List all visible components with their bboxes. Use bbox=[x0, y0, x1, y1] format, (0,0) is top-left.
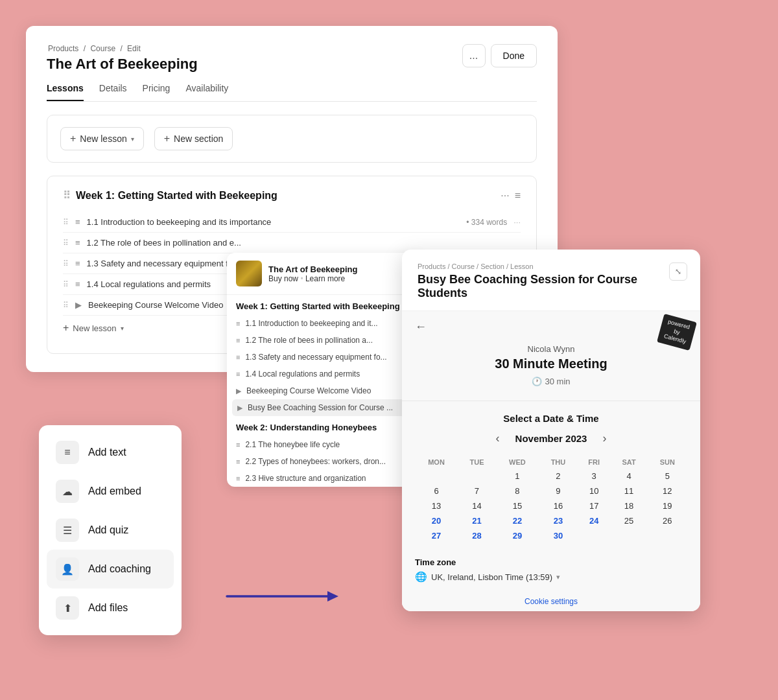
context-menu: ≡ Add text ☁ Add embed ☰ Add quiz 👤 Add … bbox=[39, 425, 182, 635]
cal-day-3: 3 bbox=[578, 469, 610, 484]
preview-video-icon: ▶ bbox=[236, 387, 241, 395]
chevron-down-icon-inline: ▾ bbox=[121, 325, 124, 332]
context-add-embed[interactable]: ☁ Add embed bbox=[47, 472, 174, 511]
lesson-item-1-1[interactable]: ⠿ ≡ 1.1 Introduction to beekeeping and i… bbox=[63, 212, 521, 233]
back-button[interactable]: ← bbox=[402, 311, 700, 339]
tab-pricing[interactable]: Pricing bbox=[143, 83, 171, 101]
cal-day-27[interactable]: 27 bbox=[415, 528, 458, 543]
preview-lesson-welcome-video[interactable]: ▶ Beekeeping Course Welcome Video bbox=[227, 382, 421, 399]
week1-more-icon[interactable]: ··· bbox=[501, 190, 509, 202]
back-arrow-icon: ← bbox=[415, 320, 427, 334]
context-add-files[interactable]: ⬆ Add files bbox=[47, 589, 174, 627]
booking-title: Busy Bee Coaching Session for Course Stu… bbox=[418, 273, 685, 300]
cal-day-2: 2 bbox=[539, 469, 578, 484]
arrow-right-indicator bbox=[220, 580, 350, 612]
next-month-button[interactable]: › bbox=[597, 429, 611, 448]
meeting-duration: 🕐 30 min bbox=[415, 377, 687, 386]
cal-day-23[interactable]: 23 bbox=[539, 513, 578, 528]
context-add-coaching[interactable]: 👤 Add coaching bbox=[47, 550, 174, 589]
context-add-text[interactable]: ≡ Add text bbox=[47, 433, 174, 472]
cal-day-22[interactable]: 22 bbox=[496, 513, 539, 528]
plus-icon-inline: + bbox=[63, 322, 69, 334]
cal-day-25: 25 bbox=[610, 513, 647, 528]
calendly-badge: powered byCalendly bbox=[657, 314, 697, 351]
add-quiz-icon: ☰ bbox=[56, 519, 79, 542]
drag-handle: ⠿ bbox=[63, 259, 69, 268]
expand-button[interactable]: ⤡ bbox=[669, 262, 687, 281]
new-section-button[interactable]: + New section bbox=[154, 127, 233, 150]
new-lesson-inline-label: New lesson bbox=[73, 323, 116, 333]
cookie-settings-link[interactable]: Cookie settings bbox=[402, 592, 700, 611]
tab-details[interactable]: Details bbox=[99, 83, 127, 101]
video-icon: ▶ bbox=[75, 300, 82, 310]
preview-lesson-1-3[interactable]: ≡ 1.3 Safety and necessary equipment fo.… bbox=[227, 349, 421, 366]
preview-course-info: The Art of Beekeeping Buy now • Learn mo… bbox=[268, 264, 357, 283]
learn-more-link[interactable]: Learn more bbox=[305, 274, 345, 283]
timezone-value[interactable]: 🌐 UK, Ireland, Lisbon Time (13:59) ▾ bbox=[415, 571, 687, 583]
table-row: 6 7 8 9 10 11 12 bbox=[415, 484, 687, 498]
preview-lesson-text: Beekeeping Course Welcome Video bbox=[246, 386, 371, 395]
col-mon: MON bbox=[415, 456, 458, 469]
preview-text-icon: ≡ bbox=[236, 474, 240, 482]
cal-day-28[interactable]: 28 bbox=[458, 528, 496, 543]
cal-day-8: 8 bbox=[496, 484, 539, 498]
preview-lesson-1-2[interactable]: ≡ 1.2 The role of bees in pollination a.… bbox=[227, 332, 421, 349]
cal-day-empty bbox=[648, 528, 687, 543]
col-fri: FRI bbox=[578, 456, 610, 469]
cal-day-empty bbox=[415, 469, 458, 484]
tab-availability[interactable]: Availability bbox=[185, 83, 228, 101]
preview-course-name: The Art of Beekeeping bbox=[268, 264, 357, 274]
add-coaching-icon: 👤 bbox=[56, 557, 79, 581]
booking-breadcrumb: Products / Course / Section / Lesson bbox=[418, 262, 685, 270]
add-coaching-label: Add coaching bbox=[88, 563, 151, 575]
more-button[interactable]: ... bbox=[462, 44, 486, 67]
new-lesson-button[interactable]: + New lesson ▾ bbox=[60, 127, 144, 150]
add-text-icon: ≡ bbox=[56, 441, 79, 464]
preview-lesson-2-1[interactable]: ≡ 2.1 The honeybee life cycle bbox=[227, 436, 421, 453]
preview-lesson-coaching[interactable]: ▶ Busy Bee Coaching Session for Course .… bbox=[232, 399, 416, 416]
cal-day-20[interactable]: 20 bbox=[415, 513, 458, 528]
col-tue: TUE bbox=[458, 456, 496, 469]
chevron-down-tz-icon: ▾ bbox=[556, 573, 560, 581]
drag-handle-section: ⠿ bbox=[63, 189, 71, 202]
buy-now-link[interactable]: Buy now bbox=[268, 274, 298, 283]
cal-day-15: 15 bbox=[496, 498, 539, 513]
meeting-info: Nicola Wynn 30 Minute Meeting 🕐 30 min bbox=[402, 339, 700, 395]
preview-coaching-icon: ▶ bbox=[237, 404, 242, 412]
preview-lesson-1-1[interactable]: ≡ 1.1 Introduction to beekeeping and it.… bbox=[227, 315, 421, 332]
preview-text-icon: ≡ bbox=[236, 458, 240, 465]
preview-text-icon: ≡ bbox=[236, 370, 240, 378]
prev-month-button[interactable]: ‹ bbox=[491, 429, 505, 448]
preview-text-icon: ≡ bbox=[236, 441, 240, 449]
table-row: 1 2 3 4 5 bbox=[415, 469, 687, 484]
preview-lesson-2-2[interactable]: ≡ 2.2 Types of honeybees: workers, dron.… bbox=[227, 453, 421, 470]
done-button[interactable]: Done bbox=[491, 44, 537, 67]
text-icon: ≡ bbox=[75, 238, 80, 248]
calendly-content: powered byCalendly ← Nicola Wynn 30 Minu… bbox=[402, 311, 700, 611]
context-add-quiz[interactable]: ☰ Add quiz bbox=[47, 511, 174, 550]
drag-handle: ⠿ bbox=[63, 280, 69, 289]
tab-lessons[interactable]: Lessons bbox=[47, 83, 84, 101]
week1-drag-icon: ≡ bbox=[515, 190, 521, 202]
preview-lesson-text: 2.1 The honeybee life cycle bbox=[245, 440, 340, 449]
calendar-month: November 2023 bbox=[515, 433, 587, 444]
week1-actions: ··· ≡ bbox=[501, 190, 521, 202]
lesson-text: 1.1 Introduction to beekeeping and its i… bbox=[87, 217, 460, 227]
cal-day-24[interactable]: 24 bbox=[578, 513, 610, 528]
clock-icon: 🕐 bbox=[532, 377, 542, 386]
cal-day-1: 1 bbox=[496, 469, 539, 484]
table-row: 20 21 22 23 24 25 26 bbox=[415, 513, 687, 528]
add-embed-label: Add embed bbox=[88, 485, 141, 497]
cal-day-29[interactable]: 29 bbox=[496, 528, 539, 543]
preview-lesson-text: 1.3 Safety and necessary equipment fo... bbox=[245, 353, 386, 362]
cal-day-4: 4 bbox=[610, 469, 647, 484]
drag-handle: ⠿ bbox=[63, 239, 69, 248]
preview-lesson-2-3[interactable]: ≡ 2.3 Hive structure and organization bbox=[227, 470, 421, 487]
preview-lesson-1-4[interactable]: ≡ 1.4 Local regulations and permits bbox=[227, 366, 421, 382]
cal-day-21[interactable]: 21 bbox=[458, 513, 496, 528]
cal-day-30[interactable]: 30 bbox=[539, 528, 578, 543]
preview-lesson-text: 2.2 Types of honeybees: workers, dron... bbox=[245, 457, 386, 466]
cal-day-16: 16 bbox=[539, 498, 578, 513]
duration-text: 30 min bbox=[545, 377, 570, 386]
col-thu: THU bbox=[539, 456, 578, 469]
